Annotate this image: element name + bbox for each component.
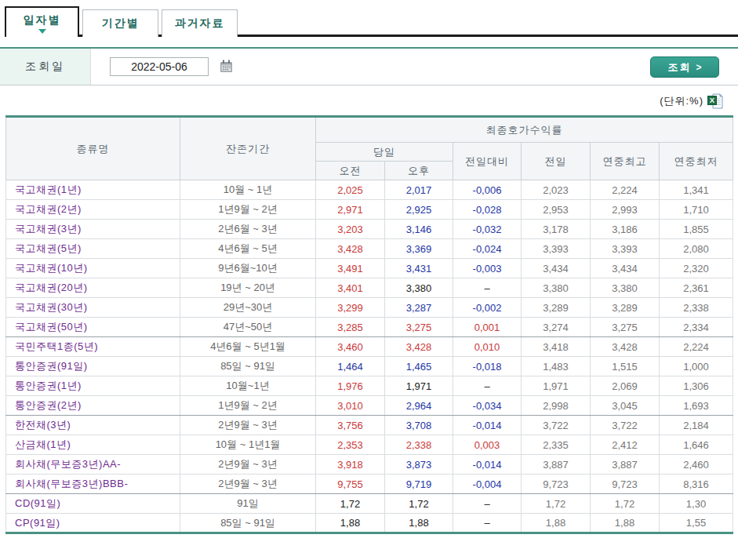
date-input[interactable] <box>110 57 209 76</box>
chevron-right-icon: > <box>696 62 701 73</box>
cell-year-low: 1,306 <box>660 376 733 396</box>
cell-period: 2년6월 ~ 3년 <box>180 220 316 239</box>
cell-prev: 2,998 <box>522 396 591 416</box>
cell-year-high: 3,722 <box>591 416 660 435</box>
cell-am: 2,353 <box>316 435 385 455</box>
calendar-icon[interactable] <box>220 60 233 73</box>
cell-change: -0,002 <box>453 298 522 318</box>
cell-year-low: 8,316 <box>660 475 733 494</box>
cell-year-low: 2,224 <box>660 337 733 357</box>
cell-year-low: 2,338 <box>660 298 733 318</box>
tab-period[interactable]: 기간별 <box>82 9 158 37</box>
excel-export-icon[interactable]: X <box>707 93 723 109</box>
cell-name[interactable]: 국고채권(20년) <box>6 278 180 298</box>
cell-year-high: 3,887 <box>591 455 660 475</box>
cell-change: – <box>453 494 522 514</box>
cell-year-low: 2,320 <box>660 259 733 278</box>
cell-name[interactable]: 산금채(1년) <box>6 435 180 455</box>
cell-period: 9년6월~10년 <box>180 259 316 278</box>
cell-year-high: 2,224 <box>591 180 660 200</box>
cell-name[interactable]: 국고채권(10년) <box>6 259 180 278</box>
cell-period: 85일 ~ 91일 <box>180 357 316 376</box>
cell-pm: 3,369 <box>385 239 453 259</box>
cell-year-high: 1,515 <box>591 357 660 376</box>
cell-prev: 3,178 <box>522 220 591 239</box>
cell-year-low: 1,30 <box>660 494 733 514</box>
cell-period: 10월 ~ 1년 <box>180 180 316 200</box>
cell-year-high: 1,88 <box>591 514 660 533</box>
svg-text:X: X <box>710 96 715 104</box>
table-row: CD(91일)91일1,721,72–1,721,721,30 <box>6 494 733 514</box>
cell-pm: 1,465 <box>385 357 453 376</box>
cell-pm: 2,925 <box>385 200 453 220</box>
cell-change: -0,028 <box>453 200 522 220</box>
cell-change: – <box>453 514 522 533</box>
cell-year-low: 1,55 <box>660 514 733 533</box>
yield-table-header: 종류명 잔존기간 최종호가수익률 당일 전일대비 전일 연중최고 연중최저 오전… <box>6 117 733 180</box>
cell-change: -0,032 <box>453 220 522 239</box>
tab-daily[interactable]: 일자별 <box>5 6 79 37</box>
cell-name[interactable]: 통안증권(2년) <box>6 396 180 416</box>
tab-daily-label: 일자별 <box>24 13 61 26</box>
cell-year-high: 3,393 <box>591 239 660 259</box>
cell-name[interactable]: 한전채(3년) <box>6 416 180 435</box>
cell-change: -0,006 <box>453 180 522 200</box>
tab-history[interactable]: 과거자료 <box>162 9 238 37</box>
table-row: 회사채(무보증3년)BBB-2년9월 ~ 3년9,7559,719-0,0049… <box>6 475 733 494</box>
cell-name[interactable]: 국민주택1종(5년) <box>6 337 180 357</box>
cell-name[interactable]: 국고채권(3년) <box>6 220 180 239</box>
table-row: 국고채권(30년)29년~30년3,2993,287-0,0023,2893,2… <box>6 298 733 318</box>
header-year-high: 연중최고 <box>591 143 660 180</box>
cell-prev: 9,723 <box>522 475 591 494</box>
header-prev: 전일 <box>522 143 591 180</box>
cell-prev: 3,380 <box>522 278 591 298</box>
cell-name[interactable]: 국고채권(30년) <box>6 298 180 318</box>
cell-change: -0,014 <box>453 455 522 475</box>
table-row: 국고채권(10년)9년6월~10년3,4913,431-0,0033,4343,… <box>6 259 733 278</box>
cell-period: 1년9월 ~ 2년 <box>180 396 316 416</box>
table-row: 국민주택1종(5년)4년6월 ~ 5년1월3,4603,4280,0103,41… <box>6 337 733 357</box>
cell-year-low: 2,184 <box>660 416 733 435</box>
cell-prev: 1,72 <box>522 494 591 514</box>
cell-year-low: 2,460 <box>660 455 733 475</box>
tab-bar: 일자별 기간별 과거자료 <box>0 6 738 37</box>
cell-period: 2년9월 ~ 3년 <box>180 416 316 435</box>
cell-change: 0,003 <box>453 435 522 455</box>
cell-year-high: 3,186 <box>591 220 660 239</box>
cell-prev: 3,289 <box>522 298 591 318</box>
cell-am: 1,88 <box>316 514 385 533</box>
cell-year-low: 1,693 <box>660 396 733 416</box>
cell-name[interactable]: 국고채권(50년) <box>6 318 180 337</box>
cell-period: 2년9월 ~ 3년 <box>180 455 316 475</box>
cell-change: – <box>453 376 522 396</box>
cell-am: 3,401 <box>316 278 385 298</box>
cell-name[interactable]: 국고채권(5년) <box>6 239 180 259</box>
header-name: 종류명 <box>6 117 180 180</box>
yield-table-body: 국고채권(1년)10월 ~ 1년2,0252,017-0,0062,0232,2… <box>6 180 733 533</box>
cell-pm: 2,017 <box>385 180 453 200</box>
cell-name[interactable]: 통안증권(91일) <box>6 357 180 376</box>
cell-name[interactable]: 회사채(무보증3년)BBB- <box>6 475 180 494</box>
cell-year-high: 3,275 <box>591 318 660 337</box>
cell-prev: 3,274 <box>522 318 591 337</box>
cell-prev: 1,483 <box>522 357 591 376</box>
cell-pm: 3,380 <box>385 278 453 298</box>
cell-name[interactable]: 국고채권(2년) <box>6 200 180 220</box>
search-button[interactable]: 조회 > <box>650 56 719 78</box>
yield-table: 종류명 잔존기간 최종호가수익률 당일 전일대비 전일 연중최고 연중최저 오전… <box>5 115 733 534</box>
cell-pm: 9,719 <box>385 475 453 494</box>
cell-name[interactable]: 국고채권(1년) <box>6 180 180 200</box>
cell-name[interactable]: 회사채(무보증3년)AA- <box>6 455 180 475</box>
cell-year-high: 2,069 <box>591 376 660 396</box>
cell-year-low: 1,646 <box>660 435 733 455</box>
header-pm: 오후 <box>385 162 453 180</box>
cell-pm: 1,72 <box>385 494 453 514</box>
cell-name[interactable]: 통안증권(1년) <box>6 376 180 396</box>
cell-period: 29년~30년 <box>180 298 316 318</box>
search-button-label: 조회 <box>667 60 691 75</box>
cell-change: 0,010 <box>453 337 522 357</box>
cell-pm: 3,708 <box>385 416 453 435</box>
cell-prev: 3,434 <box>522 259 591 278</box>
cell-name[interactable]: CD(91일) <box>6 494 180 514</box>
cell-name[interactable]: CP(91일) <box>6 514 180 533</box>
